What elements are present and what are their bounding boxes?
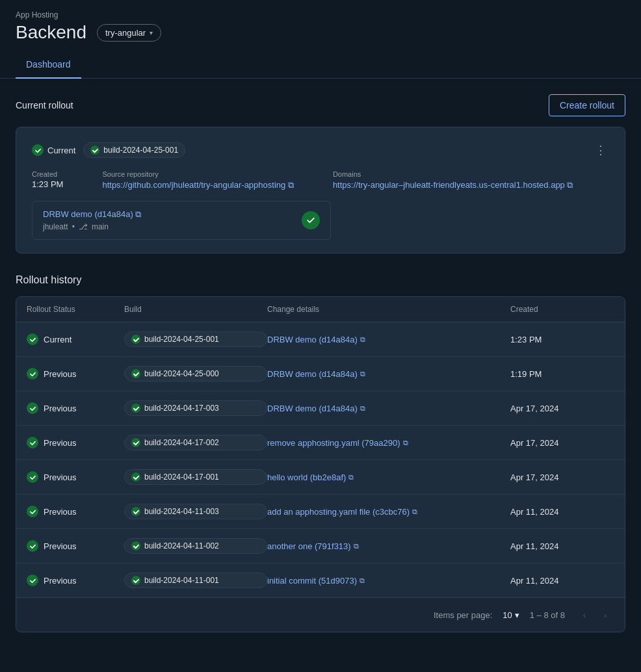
change-text: DRBW demo (d14a84a): [267, 404, 358, 413]
current-rollout-card: Current build-2024-04-25-001 ⋮ Created 1…: [16, 127, 625, 253]
build-id-text: build-2024-04-17-003: [144, 404, 219, 413]
change-text: remove apphosting.yaml (79aa290): [267, 438, 400, 448]
build-green-icon: [90, 146, 99, 155]
row-created: 1:23 PM: [510, 335, 614, 344]
three-dots-menu[interactable]: ⋮: [592, 140, 609, 160]
table-body: Current build-2024-04-25-001 DRBW demo (…: [16, 322, 625, 597]
table-row: Previous build-2024-04-17-001 hello worl…: [16, 460, 625, 495]
build-id-text: build-2024-04-17-001: [144, 472, 219, 482]
status-green-icon: [27, 368, 38, 380]
change-link[interactable]: DRBW demo (d14a84a) ⧉: [267, 335, 510, 344]
table-row: Current build-2024-04-25-001 DRBW demo (…: [16, 322, 625, 357]
row-status-text: Previous: [44, 472, 77, 482]
row-build: build-2024-04-11-003: [124, 504, 267, 519]
commit-link[interactable]: DRBW demo (d14a84a) ⧉: [43, 209, 141, 220]
row-build: build-2024-04-25-001: [124, 331, 267, 347]
change-text: DRBW demo (d14a84a): [267, 335, 358, 344]
row-build: build-2024-04-11-001: [124, 573, 267, 588]
commit-card: DRBW demo (d14a84a) ⧉ jhuleatt • ⎇ main: [32, 201, 331, 240]
source-repo-label: Source repository: [102, 170, 293, 178]
external-link-icon: ⧉: [403, 439, 408, 447]
table-row: Previous build-2024-04-25-000 DRBW demo …: [16, 357, 625, 391]
per-page-value: 10: [503, 610, 512, 620]
row-change: another one (791f313) ⧉: [267, 541, 510, 551]
pagination-range: 1 – 8 of 8: [530, 610, 565, 620]
external-link-icon: ⧉: [360, 335, 365, 344]
prev-page-button[interactable]: ‹: [575, 606, 594, 624]
per-page-chevron: ▾: [515, 610, 519, 620]
current-label: Current: [47, 146, 75, 155]
row-status-text: Previous: [44, 404, 77, 413]
current-status-badge: Current: [32, 144, 75, 156]
row-change: hello world (bb2e8af) ⧉: [267, 472, 510, 482]
tab-dashboard[interactable]: Dashboard: [16, 51, 81, 79]
change-text: initial commit (51d9073): [267, 576, 357, 586]
th-build: Build: [124, 305, 267, 314]
history-table: Rollout Status Build Change details Crea…: [16, 296, 625, 632]
page-title: Backend: [16, 22, 86, 43]
build-status-icon: [131, 576, 140, 585]
domains-label: Domains: [333, 170, 573, 178]
green-check-icon: [32, 144, 44, 156]
created-label: Created: [32, 170, 63, 178]
row-created: Apr 17, 2024: [510, 438, 614, 448]
row-status: Previous: [27, 368, 124, 380]
build-badge-current: build-2024-04-25-001: [83, 142, 185, 158]
change-text: DRBW demo (d14a84a): [267, 369, 358, 379]
domain-link[interactable]: https://try-angular–jhuleatt-friendlyeat…: [333, 180, 573, 190]
change-link[interactable]: another one (791f313) ⧉: [267, 541, 510, 551]
status-green-icon: [27, 471, 38, 483]
external-link-icon: ⧉: [354, 542, 359, 550]
change-link[interactable]: DRBW demo (d14a84a) ⧉: [267, 369, 510, 379]
status-green-icon: [27, 575, 38, 586]
build-id-text: build-2024-04-25-000: [144, 369, 219, 378]
table-row: Previous build-2024-04-11-002 another on…: [16, 529, 625, 563]
row-created: Apr 17, 2024: [510, 404, 614, 413]
chevron-down-icon: ▾: [150, 29, 153, 36]
change-link[interactable]: add an apphosting.yaml file (c3cbc76) ⧉: [267, 507, 510, 517]
branch-name: try-angular: [105, 28, 146, 38]
row-status: Previous: [27, 402, 124, 414]
build-id-text: build-2024-04-25-001: [144, 335, 219, 344]
row-build: build-2024-04-17-003: [124, 400, 267, 416]
row-build: build-2024-04-11-002: [124, 538, 267, 554]
per-page-select[interactable]: 10 ▾: [503, 610, 519, 620]
branch-selector[interactable]: try-angular ▾: [97, 24, 161, 42]
table-row: Previous build-2024-04-17-003 DRBW demo …: [16, 391, 625, 426]
th-created: Created: [510, 305, 614, 314]
row-status: Previous: [27, 540, 124, 552]
build-status-icon: [131, 369, 140, 378]
page-header: App Hosting Backend try-angular ▾ Dashbo…: [0, 0, 641, 79]
change-link[interactable]: remove apphosting.yaml (79aa290) ⧉: [267, 438, 510, 448]
row-status-text: Previous: [44, 576, 77, 586]
change-text: hello world (bb2e8af): [267, 472, 346, 482]
row-status-text: Current: [44, 335, 72, 344]
row-change: DRBW demo (d14a84a) ⧉: [267, 404, 510, 413]
pagination: Items per page: 10 ▾ 1 – 8 of 8 ‹ ›: [16, 597, 625, 632]
items-per-page-label: Items per page:: [434, 610, 492, 620]
author-name: jhuleatt: [43, 222, 68, 231]
status-green-icon: [27, 506, 38, 517]
source-repo-link[interactable]: https://github.com/jhuleatt/try-angular-…: [102, 180, 293, 190]
change-link[interactable]: DRBW demo (d14a84a) ⧉: [267, 404, 510, 413]
th-status: Rollout Status: [27, 305, 124, 314]
table-row: Previous build-2024-04-11-001 initial co…: [16, 563, 625, 597]
table-row: Previous build-2024-04-11-003 add an app…: [16, 495, 625, 529]
next-page-button[interactable]: ›: [596, 606, 614, 624]
dot-separator: •: [72, 222, 75, 231]
change-link[interactable]: initial commit (51d9073) ⧉: [267, 576, 510, 586]
row-change: initial commit (51d9073) ⧉: [267, 576, 510, 586]
row-change: remove apphosting.yaml (79aa290) ⧉: [267, 438, 510, 448]
current-rollout-title: Current rollout: [16, 100, 73, 110]
change-link[interactable]: hello world (bb2e8af) ⧉: [267, 472, 510, 482]
row-status: Previous: [27, 437, 124, 448]
change-text: another one (791f313): [267, 541, 351, 551]
row-change: add an apphosting.yaml file (c3cbc76) ⧉: [267, 507, 510, 517]
build-id-text: build-2024-04-11-002: [144, 541, 219, 550]
commit-status-check: [302, 211, 320, 229]
row-change: DRBW demo (d14a84a) ⧉: [267, 335, 510, 344]
create-rollout-button[interactable]: Create rollout: [549, 94, 625, 116]
branch-name-commit: main: [92, 222, 109, 231]
commit-link-text: DRBW demo (d14a84a) ⧉: [43, 209, 141, 220]
external-link-icon: ⧉: [360, 370, 365, 378]
